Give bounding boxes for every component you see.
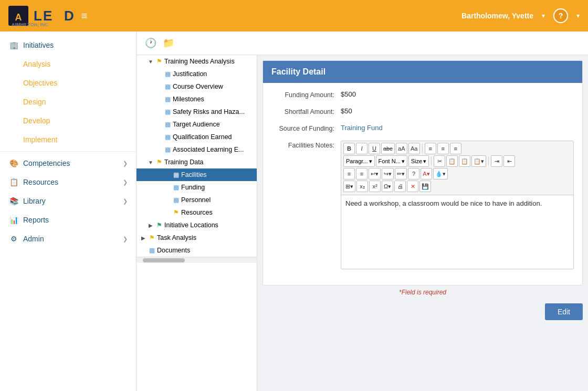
rte-save-btn[interactable]: 💾 (419, 181, 431, 192)
tree-item-safety-risks[interactable]: ▦ Safety Risks and Haza... (136, 105, 257, 118)
doc-icon-fac: ▦ (173, 171, 179, 178)
sidebar-item-library[interactable]: 📚 Library ❯ (0, 192, 136, 210)
sidebar-item-label-develop: Develop (23, 117, 50, 125)
facility-detail-header: Facility Detail (263, 61, 582, 83)
tree-label-target-audience: Target Audience (173, 121, 220, 128)
expand-placeholder-personnel (164, 196, 171, 204)
rte-align-center-btn[interactable]: ≡ (437, 143, 449, 154)
funding-amount-row: Funding Amount: $500 (271, 90, 574, 99)
sidebar-item-label-design: Design (23, 98, 46, 106)
folder-icon[interactable]: 📁 (163, 37, 174, 49)
sidebar-divider-1 (0, 151, 136, 152)
rte-underline-btn[interactable]: U (369, 143, 380, 154)
rte-table-btn[interactable]: ⊞▾ (343, 181, 355, 192)
doc-icon-co: ▦ (165, 83, 171, 90)
tree-horizontal-scrollbar[interactable] (136, 257, 257, 263)
rte-editor[interactable]: B I U abc aA Aa ≡ ≡ (341, 141, 574, 269)
sidebar-item-label-reports: Reports (23, 216, 49, 224)
tree-label-documents: Documents (157, 247, 190, 254)
help-dropdown-icon[interactable]: ▾ (576, 12, 580, 19)
tree-item-personnel[interactable]: ▦ Personnel (136, 194, 257, 206)
hamburger-menu-icon[interactable]: ≡ (81, 10, 88, 22)
expand-icon-td: ▼ (147, 158, 154, 166)
rte-cut-btn[interactable]: ✂ (434, 155, 445, 167)
rte-redo-dropdown-btn[interactable]: ↪▾ (382, 168, 394, 179)
rte-smaller-btn[interactable]: aA (396, 143, 407, 154)
rte-size-dropdown[interactable]: Size ▾ (408, 155, 429, 167)
expand-placeholder-safety (155, 108, 163, 115)
rte-paragraph-dropdown[interactable]: Paragr... ▾ (343, 155, 375, 167)
rte-align-right-btn[interactable]: ≡ (450, 143, 461, 154)
history-icon[interactable]: 🕐 (145, 37, 156, 49)
sidebar-item-develop[interactable]: Develop (0, 111, 136, 130)
rte-highlight-btn[interactable]: ✏▾ (395, 168, 407, 179)
tree-item-documents[interactable]: ▦ Documents (136, 244, 257, 257)
tree-item-task-analysis[interactable]: ▶ ⚑ Task Analysis (136, 231, 257, 244)
rte-bold-btn[interactable]: B (343, 143, 355, 154)
rte-copy-btn[interactable]: 📋 (446, 155, 458, 167)
rte-font-color-btn[interactable]: A▾ (421, 168, 432, 179)
tree-item-target-audience[interactable]: ▦ Target Audience (136, 118, 257, 131)
sidebar-item-design[interactable]: Design (0, 92, 136, 111)
tree-item-associated-learning[interactable]: ▦ Associated Learning E... (136, 143, 257, 156)
rte-symbol-btn[interactable]: Ω▾ (382, 181, 393, 192)
sidebar-item-objectives[interactable]: Objectives (0, 73, 136, 92)
rte-indent-btn[interactable]: ⇥ (491, 155, 502, 167)
user-dropdown-icon[interactable]: ▾ (542, 12, 545, 19)
rte-row-3: ≡ ≡ ↩▾ ↪▾ ✏▾ ? A▾ 💧▾ (343, 168, 571, 179)
tree-label-milestones: Milestones (173, 96, 204, 103)
sidebar-item-implement[interactable]: Implement (0, 130, 136, 149)
tree-item-initiative-locations[interactable]: ▶ ⚑ Initiative Locations (136, 219, 257, 231)
sidebar-item-label-initiatives: Initiatives (23, 41, 54, 49)
rte-bg-color-btn[interactable]: 💧▾ (433, 168, 448, 179)
rte-subscript-btn[interactable]: x₂ (356, 181, 368, 192)
rte-print-btn[interactable]: 🖨 (394, 181, 406, 192)
tree-item-qualification-earned[interactable]: ▦ Qualification Earned (136, 131, 257, 143)
rte-align-left-btn[interactable]: ≡ (425, 143, 436, 154)
sidebar-item-initiatives[interactable]: 🏢 Initiatives (0, 36, 136, 55)
rte-ul-btn[interactable]: ≡ (343, 168, 355, 179)
user-name[interactable]: Bartholomew, Yvette (461, 12, 533, 20)
rte-row-4: ⊞▾ x₂ x² Ω▾ 🖨 ✕ 💾 (343, 181, 571, 192)
sidebar-item-reports[interactable]: 📊 Reports (0, 210, 136, 229)
tree-item-course-overview[interactable]: ▦ Course Overview (136, 80, 257, 93)
tree-item-funding[interactable]: ▦ Funding (136, 181, 257, 194)
sidebar-item-admin[interactable]: ⚙ Admin ❯ (0, 229, 136, 248)
edit-button[interactable]: Edit (545, 303, 583, 320)
rte-font-dropdown[interactable]: Font N... ▾ (376, 155, 407, 167)
rte-paste-dropdown-btn[interactable]: 📋▾ (471, 155, 486, 167)
rte-outdent-btn[interactable]: ⇤ (503, 155, 515, 167)
source-of-funding-label: Source of Funding: (271, 124, 334, 132)
rte-superscript-btn[interactable]: x² (369, 181, 381, 192)
tree-label-resources-node: Resources (181, 209, 213, 216)
rte-help-btn[interactable]: ? (408, 168, 419, 179)
rte-undo-dropdown-btn[interactable]: ↩▾ (369, 168, 381, 179)
rte-larger-btn[interactable]: Aa (408, 143, 420, 154)
tree-label-justification: Justification (173, 70, 207, 78)
tree-label-tna: Training Needs Analysis (164, 58, 235, 65)
tree-item-tna[interactable]: ▼ ⚑ Training Needs Analysis (136, 55, 257, 68)
tree-label-facilities: Facilities (181, 171, 207, 178)
expand-placeholder-qe (155, 133, 163, 141)
tree-item-milestones[interactable]: ▦ Milestones (136, 93, 257, 105)
tree-item-resources-node[interactable]: ⚑ Resources (136, 206, 257, 219)
rte-content-area[interactable]: Need a workshop, a classroom would be ni… (341, 195, 573, 269)
sidebar-item-label-competencies: Competencies (23, 159, 70, 167)
tree-label-safety-risks: Safety Risks and Haza... (173, 108, 245, 115)
help-button[interactable]: ? (553, 8, 568, 23)
tree-item-training-data[interactable]: ▼ ⚑ Training Data (136, 156, 257, 168)
rte-remove-format-btn[interactable]: ✕ (407, 181, 418, 192)
rte-italic-btn[interactable]: I (356, 143, 368, 154)
tree-item-justification[interactable]: ▦ Justification (136, 68, 257, 80)
sidebar-item-resources[interactable]: 📋 Resources ❯ (0, 173, 136, 192)
logo-subtext: AIMHILTON, INC (12, 22, 48, 27)
rte-ol-btn[interactable]: ≡ (356, 168, 368, 179)
sidebar-item-competencies[interactable]: 🎨 Competencies ❯ (0, 154, 136, 173)
doc-icon-safety: ▦ (165, 108, 171, 115)
rte-strike-btn[interactable]: abc (381, 143, 395, 154)
funding-amount-label: Funding Amount: (271, 90, 334, 99)
source-of-funding-row: Source of Funding: Training Fund (271, 124, 574, 132)
tree-item-facilities[interactable]: ▦ Facilities (136, 168, 257, 181)
rte-paste-btn[interactable]: 📋 (459, 155, 470, 167)
sidebar-item-analysis[interactable]: Analysis (0, 55, 136, 73)
